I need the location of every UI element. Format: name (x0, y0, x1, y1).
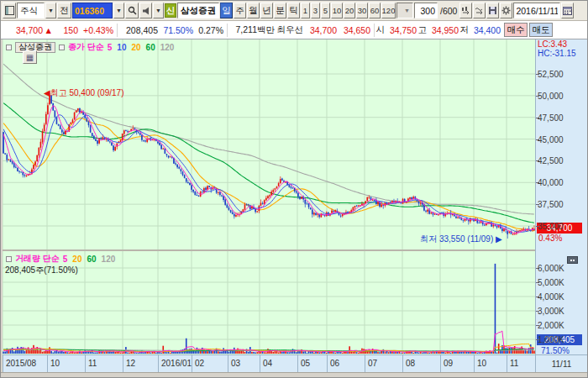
lc-ratio-label: LC:3.43 (538, 39, 567, 49)
period-tab-틱[interactable]: 틱 (287, 3, 300, 18)
ma-period-60: 60 (146, 43, 155, 52)
extra-period-select[interactable]: ▼ (396, 3, 413, 18)
time-axis-label: 05 (297, 355, 310, 373)
high-price: 34,950 (428, 25, 460, 35)
time-axis-label: 12 (123, 355, 135, 373)
candlestick-chart (3, 39, 535, 249)
axis-tick-label: 3,000K (538, 307, 564, 316)
axis-tick-label: 52,500 (538, 70, 564, 79)
minute-button-5[interactable]: 5 (321, 3, 330, 18)
period-tab-분[interactable]: 분 (274, 3, 286, 18)
new-badge: 신 (165, 3, 176, 18)
trade-value: 7,211백만 (229, 24, 276, 36)
time-axis-label: 2016/01 (158, 355, 192, 373)
ma-period-60: 60 (87, 255, 96, 264)
best-bid: 34,700 (305, 25, 339, 35)
minute-buttons: 13510203060120 (301, 3, 396, 18)
minute-button-3[interactable]: 3 (311, 3, 320, 18)
search-icon[interactable] (125, 3, 139, 18)
minute-button-120[interactable]: 120 (381, 3, 396, 18)
price-axis: LC:3.43 HC:-31.15 34,700 0.43% 208,405 7… (535, 39, 587, 354)
date-input[interactable] (513, 3, 560, 18)
volume-value: 208,405 (119, 25, 160, 35)
settings-gear-icon[interactable] (500, 3, 512, 18)
period-tab-주[interactable]: 주 (234, 3, 246, 18)
time-axis: 2015/081011122016/0102030405060708091011 (3, 354, 535, 372)
axis-tick-label: 2,000K (538, 321, 564, 330)
main-toolbar: 주식 ▼ 전 ▼ ▼ 신 삼성증권 일주월년분틱 13510203060120 … (1, 1, 587, 21)
buy-button[interactable]: 매수 (504, 23, 528, 37)
axis-tick-label: 1,000K (538, 335, 564, 344)
asset-type-dropdown-icon[interactable]: ▼ (45, 3, 56, 18)
volume-chart-pane[interactable]: 거래량 단순 52060120 208,405주(71.50%) (3, 251, 535, 354)
code-dropdown-icon[interactable]: ▼ (113, 3, 124, 18)
axis-tick-label: 50,000 (538, 92, 564, 101)
bars-total-label: /600 (438, 6, 459, 16)
time-axis-label: 09 (440, 355, 453, 373)
compare-chart-icon[interactable] (459, 3, 472, 18)
time-axis-label: 06 (327, 355, 339, 373)
axis-tick-label: 37,500 (538, 200, 564, 209)
continuous-chart-icon[interactable] (473, 3, 486, 18)
change-value: 150 (55, 25, 80, 35)
low-price: 34,400 (470, 25, 502, 35)
announce-dropdown-icon[interactable]: ▼ (153, 3, 164, 18)
minute-button-60[interactable]: 60 (369, 3, 381, 18)
legend-collapse-icon[interactable] (59, 45, 65, 50)
legend-collapse-icon[interactable] (6, 45, 12, 50)
volume-pane-mini-icon[interactable] (567, 256, 578, 264)
open-label: 시 (376, 24, 386, 36)
turnover-ratio: 71.50% (160, 25, 195, 35)
time-axis-label: 03 (228, 355, 240, 373)
time-axis-label: 11 (507, 355, 518, 373)
change-percent: +0.43% (80, 25, 115, 35)
axis-tick-label: 5,000K (538, 278, 564, 287)
time-axis-label: 10 (47, 355, 60, 373)
ma-period-120: 120 (160, 43, 175, 52)
high-annotation: ◀최고 50,400 (09/17) (44, 87, 124, 99)
volume-bar-chart (3, 251, 535, 354)
best-label: 최우선 (276, 24, 305, 36)
panel-toggle-icon[interactable] (3, 3, 16, 18)
time-axis-label: 02 (192, 355, 204, 373)
time-axis-label: 07 (365, 355, 377, 373)
axis-tick-label: 45,000 (538, 135, 564, 144)
legend-collapse-icon[interactable] (6, 256, 12, 262)
save-icon[interactable] (486, 3, 499, 18)
time-axis-label: 11 (85, 355, 97, 373)
best-ask: 34,650 (339, 25, 372, 35)
right-arrow-icon: ▶ (496, 234, 502, 244)
calendar-icon[interactable] (561, 3, 574, 18)
current-price: 34,700 (3, 25, 45, 35)
volume-legend: 거래량 단순 52060120 (6, 253, 115, 265)
minute-button-20[interactable]: 20 (344, 3, 355, 18)
price-ma-periods: 5102060120 (108, 43, 175, 52)
price-chart-pane[interactable]: 삼성증권 종가 단순 5102060120 ▦ ◀최고 50,400 (09/1… (3, 39, 535, 249)
period-tab-월[interactable]: 월 (247, 3, 260, 18)
prev-stock-button[interactable]: 전 (57, 3, 71, 18)
change-arrow-icon: ▲ (45, 25, 55, 35)
stock-code-input[interactable] (72, 3, 113, 18)
bottom-frame (1, 372, 587, 378)
left-arrow-icon: ◀ (44, 88, 50, 97)
announce-icon[interactable] (139, 3, 152, 18)
minute-button-30[interactable]: 30 (356, 3, 368, 18)
period-tab-년[interactable]: 년 (260, 3, 273, 18)
asset-type-value[interactable]: 주식 (17, 3, 45, 18)
period-tab-일[interactable]: 일 (220, 3, 233, 18)
open-price: 34,750 (386, 25, 418, 35)
left-edge (1, 39, 3, 372)
volume-count-label: 208,405주(71.50%) (5, 265, 78, 276)
bars-count-input[interactable] (414, 3, 438, 18)
last-price-percent: 0.43% (538, 234, 562, 243)
grid-settings-icon[interactable]: ▦ (23, 50, 37, 64)
high-label: 고 (418, 24, 428, 36)
time-axis-label: 08 (402, 355, 415, 373)
minute-button-1[interactable]: 1 (301, 3, 310, 18)
minute-button-10[interactable]: 10 (331, 3, 343, 18)
hc-ratio-label: HC:-31.15 (538, 49, 576, 58)
axis-tick-label: 35,000 (538, 222, 564, 231)
ma-legend-title: 종가 단순 (68, 41, 104, 53)
sell-button[interactable]: 매도 (529, 23, 553, 37)
time-axis-corner: 11/11 (535, 354, 587, 372)
